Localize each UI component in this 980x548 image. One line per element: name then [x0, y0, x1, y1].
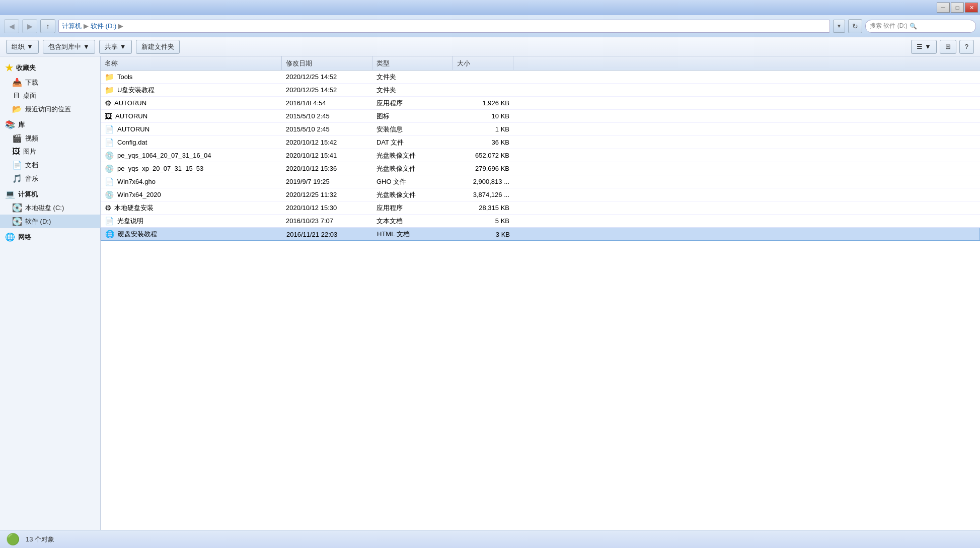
table-row[interactable]: 💿 Win7x64_2020 2020/12/25 11:32 光盘映像文件 3…: [101, 188, 980, 201]
sidebar-item-music[interactable]: 🎵 音乐: [0, 172, 100, 185]
sidebar-item-c-drive[interactable]: 💽 本地磁盘 (C:): [0, 201, 100, 215]
sidebar-header-library[interactable]: 📚 库: [0, 118, 100, 131]
layout-button[interactable]: ⊞: [940, 40, 956, 54]
sidebar-header-computer[interactable]: 💻 计算机: [0, 187, 100, 201]
table-row[interactable]: 🖼 AUTORUN 2015/5/10 2:45 图标 10 KB: [101, 110, 980, 123]
new-folder-button[interactable]: 新建文件夹: [136, 40, 180, 54]
file-icon: 📄: [105, 125, 114, 134]
column-date[interactable]: 修改日期: [282, 56, 372, 70]
file-cell-size: 5 KB: [453, 215, 513, 227]
documents-icon: 📄: [12, 160, 22, 170]
refresh-button[interactable]: ↻: [848, 19, 862, 33]
file-cell-date: 2020/10/12 15:41: [282, 149, 372, 162]
share-button[interactable]: 共享 ▼: [99, 40, 132, 54]
file-cell-size: 2,900,813 ...: [453, 175, 513, 188]
sidebar-item-videos[interactable]: 🎬 视频: [0, 131, 100, 145]
pictures-label: 图片: [23, 147, 36, 156]
star-icon: ★: [5, 62, 13, 74]
pictures-icon: 🖼: [12, 147, 20, 156]
sidebar-item-documents[interactable]: 📄 文档: [0, 158, 100, 172]
sidebar-item-desktop[interactable]: 🖥 桌面: [0, 89, 100, 102]
sidebar-header-favorites[interactable]: ★ 收藏夹: [0, 60, 100, 76]
file-cell-date: 2020/10/12 15:42: [282, 136, 372, 149]
search-bar[interactable]: 搜索 软件 (D:) 🔍: [865, 20, 976, 33]
sidebar-item-d-drive[interactable]: 💽 软件 (D:): [0, 215, 100, 228]
table-row[interactable]: 🌐 硬盘安装教程 2016/11/21 22:03 HTML 文档 3 KB: [101, 228, 980, 241]
videos-label: 视频: [25, 134, 38, 143]
table-row[interactable]: 💿 pe_yqs_1064_20_07_31_16_04 2020/10/12 …: [101, 149, 980, 162]
sidebar-item-downloads[interactable]: 📥 下载: [0, 76, 100, 89]
file-name: Win7x64.gho: [117, 178, 156, 185]
file-cell-size: 28,315 KB: [453, 201, 513, 214]
up-button[interactable]: ↑: [40, 19, 55, 33]
help-icon: ?: [965, 43, 968, 50]
new-folder-label: 新建文件夹: [141, 42, 174, 51]
file-cell-date: 2020/12/25 14:52: [282, 71, 372, 83]
file-cell-type: HTML 文档: [373, 228, 454, 240]
file-cell-name: 📁 U盘安装教程: [101, 84, 282, 96]
file-cell-name: 🖼 AUTORUN: [101, 110, 282, 122]
file-cell-size: 36 KB: [453, 136, 513, 149]
file-cell-type: 光盘映像文件: [372, 188, 453, 201]
status-app-icon: 🟢: [6, 533, 20, 546]
back-button[interactable]: ◀: [4, 19, 19, 33]
view-options-button[interactable]: ☰ ▼: [911, 40, 937, 54]
sidebar-item-pictures[interactable]: 🖼 图片: [0, 145, 100, 158]
file-icon: 📄: [105, 217, 114, 226]
main-layout: ★ 收藏夹 📥 下载 🖥 桌面 📂 最近访问的位置 📚 库: [0, 56, 980, 530]
help-button[interactable]: ?: [959, 40, 974, 54]
file-icon: 💿: [105, 164, 114, 173]
table-row[interactable]: 📁 Tools 2020/12/25 14:52 文件夹: [101, 71, 980, 84]
layout-icon: ⊞: [945, 43, 951, 50]
organize-button[interactable]: 组织 ▼: [6, 40, 39, 54]
navigation-bar: ◀ ▶ ↑ 计算机 ▶ 软件 (D:) ▶ ▼ ↻ 搜索 软件 (D:) 🔍: [0, 15, 980, 37]
include-library-button[interactable]: 包含到库中 ▼: [43, 40, 95, 54]
sidebar-item-recent[interactable]: 📂 最近访问的位置: [0, 102, 100, 116]
file-cell-date: 2019/9/7 19:25: [282, 175, 372, 188]
network-label: 网络: [18, 233, 31, 242]
sidebar-header-network[interactable]: 🌐 网络: [0, 230, 100, 244]
file-cell-size: [453, 71, 513, 83]
title-bar-buttons: ─ □ ✕: [937, 3, 978, 13]
file-icon: ⚙: [105, 99, 111, 108]
file-cell-type: 光盘映像文件: [372, 149, 453, 162]
file-cell-size: 1,926 KB: [453, 97, 513, 109]
breadcrumb-dropdown[interactable]: ▼: [833, 20, 845, 33]
downloads-icon: 📥: [12, 78, 22, 87]
table-row[interactable]: 📁 U盘安装教程 2020/12/25 14:52 文件夹: [101, 84, 980, 97]
c-drive-label: 本地磁盘 (C:): [25, 203, 64, 213]
breadcrumb-sep-2: ▶: [118, 22, 123, 30]
file-name: Tools: [117, 73, 132, 81]
table-row[interactable]: ⚙ AUTORUN 2016/1/8 4:54 应用程序 1,926 KB: [101, 97, 980, 110]
file-cell-type: GHO 文件: [372, 175, 453, 188]
minimize-button[interactable]: ─: [937, 3, 950, 13]
file-cell-name: ⚙ 本地硬盘安装: [101, 201, 282, 214]
sidebar-section-library: 📚 库 🎬 视频 🖼 图片 📄 文档 🎵 音乐: [0, 118, 100, 185]
file-cell-size: 10 KB: [453, 110, 513, 122]
table-row[interactable]: 💿 pe_yqs_xp_20_07_31_15_53 2020/10/12 15…: [101, 162, 980, 175]
toolbar-right: ☰ ▼ ⊞ ?: [911, 40, 974, 54]
file-cell-name: 📄 光盘说明: [101, 215, 282, 227]
documents-label: 文档: [25, 161, 38, 170]
share-dropdown-icon: ▼: [120, 43, 126, 50]
column-size[interactable]: 大小: [453, 56, 513, 70]
include-library-label: 包含到库中: [48, 42, 81, 51]
column-type[interactable]: 类型: [372, 56, 453, 70]
table-row[interactable]: 📄 Config.dat 2020/10/12 15:42 DAT 文件 36 …: [101, 136, 980, 149]
file-icon: 📁: [105, 86, 114, 95]
file-cell-size: 652,072 KB: [453, 149, 513, 162]
table-row[interactable]: 📄 光盘说明 2016/10/23 7:07 文本文档 5 KB: [101, 215, 980, 228]
maximize-button[interactable]: □: [951, 3, 964, 13]
breadcrumb-drive[interactable]: 软件 (D:): [91, 22, 116, 31]
column-name[interactable]: 名称: [101, 56, 282, 70]
desktop-label: 桌面: [23, 91, 36, 100]
table-row[interactable]: 📄 AUTORUN 2015/5/10 2:45 安装信息 1 KB: [101, 123, 980, 136]
music-icon: 🎵: [12, 174, 22, 183]
forward-button[interactable]: ▶: [22, 19, 37, 33]
file-cell-date: 2015/5/10 2:45: [282, 123, 372, 135]
close-button[interactable]: ✕: [965, 3, 978, 13]
breadcrumb-computer[interactable]: 计算机: [62, 22, 82, 31]
table-row[interactable]: ⚙ 本地硬盘安装 2020/10/12 15:30 应用程序 28,315 KB: [101, 201, 980, 215]
file-cell-type: 光盘映像文件: [372, 162, 453, 175]
table-row[interactable]: 📄 Win7x64.gho 2019/9/7 19:25 GHO 文件 2,90…: [101, 175, 980, 188]
